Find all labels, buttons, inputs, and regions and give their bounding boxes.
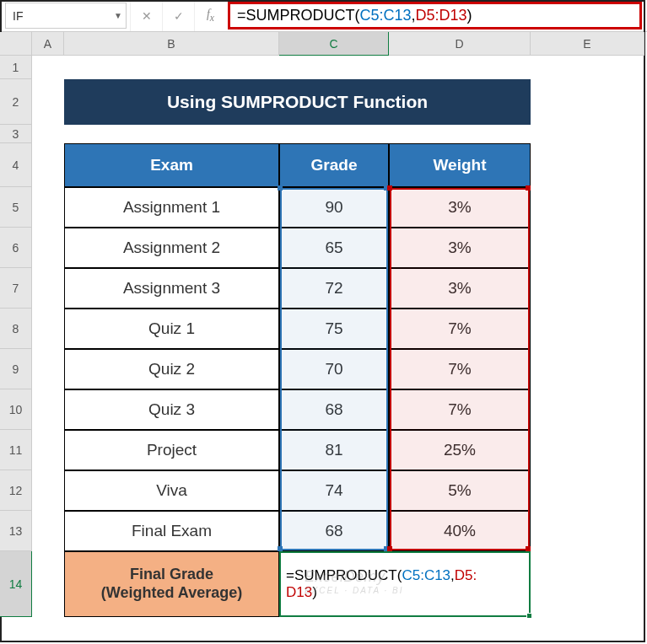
row-header-6[interactable]: 6 bbox=[0, 228, 32, 268]
row-header-9[interactable]: 9 bbox=[0, 349, 32, 389]
row-header-5[interactable]: 5 bbox=[0, 187, 32, 228]
formula-bar: IF ▼ ✕ ✓ fx =SUMPRODUCT(C5:C13,D5:D13) bbox=[0, 0, 647, 32]
cancel-button[interactable]: ✕ bbox=[130, 0, 162, 31]
range-handle[interactable] bbox=[278, 185, 283, 191]
cell-weight[interactable]: 25% bbox=[389, 430, 531, 470]
row-header-4[interactable]: 4 bbox=[0, 143, 32, 187]
name-box[interactable]: IF ▼ bbox=[5, 3, 127, 29]
cell-exam[interactable]: Quiz 1 bbox=[64, 309, 279, 349]
active-cell[interactable]: =SUMPRODUCT(C5:C13,D5:D13) bbox=[279, 551, 531, 617]
range-handle[interactable] bbox=[387, 546, 392, 551]
cell-exam[interactable]: Final Exam bbox=[64, 511, 279, 551]
cell-exam[interactable]: Quiz 2 bbox=[64, 349, 279, 389]
cell-exam[interactable]: Assignment 1 bbox=[64, 187, 279, 228]
fx-icon: fx bbox=[207, 8, 214, 24]
row-header-3[interactable]: 3 bbox=[0, 125, 32, 143]
cell-grade[interactable]: 68 bbox=[279, 511, 389, 551]
cell-grade[interactable]: 81 bbox=[279, 430, 389, 470]
range-handle[interactable] bbox=[278, 546, 283, 551]
cell-exam[interactable]: Project bbox=[64, 430, 279, 470]
range-handle[interactable] bbox=[526, 185, 531, 191]
row-header-1[interactable]: 1 bbox=[0, 56, 32, 79]
dropdown-icon[interactable]: ▼ bbox=[114, 11, 122, 20]
row-header-13[interactable]: 13 bbox=[0, 511, 32, 551]
cell-exam[interactable]: Assignment 2 bbox=[64, 228, 279, 268]
cell-weight[interactable]: 7% bbox=[389, 389, 531, 430]
th-exam: Exam bbox=[64, 143, 279, 187]
title-banner: Using SUMPRODUCT Function bbox=[64, 79, 531, 125]
name-box-value: IF bbox=[13, 9, 23, 23]
fill-handle[interactable] bbox=[526, 613, 532, 619]
cell-weight[interactable]: 40% bbox=[389, 511, 531, 551]
cell-grade[interactable]: 65 bbox=[279, 228, 389, 268]
cell-exam[interactable]: Viva bbox=[64, 470, 279, 511]
cell-grade[interactable]: 75 bbox=[279, 309, 389, 349]
col-header-B[interactable]: B bbox=[64, 32, 279, 56]
row-header-11[interactable]: 11 bbox=[0, 430, 32, 470]
cell-weight[interactable]: 7% bbox=[389, 349, 531, 389]
cell-weight[interactable]: 3% bbox=[389, 187, 531, 228]
th-grade: Grade bbox=[279, 143, 389, 187]
cell-grade[interactable]: 70 bbox=[279, 349, 389, 389]
cell-weight[interactable]: 7% bbox=[389, 309, 531, 349]
col-header-E[interactable]: E bbox=[531, 32, 644, 56]
col-header-D[interactable]: D bbox=[389, 32, 531, 56]
formula-input[interactable]: =SUMPRODUCT(C5:C13,D5:D13) bbox=[228, 2, 642, 30]
row-header-12[interactable]: 12 bbox=[0, 470, 32, 511]
cell-grade[interactable]: 90 bbox=[279, 187, 389, 228]
select-all-corner[interactable] bbox=[0, 32, 32, 56]
range-handle[interactable] bbox=[526, 546, 531, 551]
fx-button[interactable]: fx bbox=[194, 0, 226, 31]
cell-weight[interactable]: 3% bbox=[389, 268, 531, 309]
cell-exam[interactable]: Quiz 3 bbox=[64, 389, 279, 430]
cell-weight[interactable]: 3% bbox=[389, 228, 531, 268]
cell-grade[interactable]: 72 bbox=[279, 268, 389, 309]
cell-grade[interactable]: 74 bbox=[279, 470, 389, 511]
col-header-C[interactable]: C bbox=[279, 32, 389, 56]
row-header-7[interactable]: 7 bbox=[0, 268, 32, 309]
row-header-10[interactable]: 10 bbox=[0, 389, 32, 430]
final-grade-label: Final Grade(Weighted Average) bbox=[64, 551, 279, 617]
row-header-2[interactable]: 2 bbox=[0, 79, 32, 125]
cell-grade[interactable]: 68 bbox=[279, 389, 389, 430]
row-header-14[interactable]: 14 bbox=[0, 551, 32, 617]
cell-exam[interactable]: Assignment 3 bbox=[64, 268, 279, 309]
confirm-button[interactable]: ✓ bbox=[162, 0, 194, 31]
cell-weight[interactable]: 5% bbox=[389, 470, 531, 511]
th-weight: Weight bbox=[389, 143, 531, 187]
col-header-A[interactable]: A bbox=[32, 32, 64, 56]
row-header-8[interactable]: 8 bbox=[0, 309, 32, 349]
range-handle[interactable] bbox=[387, 185, 392, 191]
